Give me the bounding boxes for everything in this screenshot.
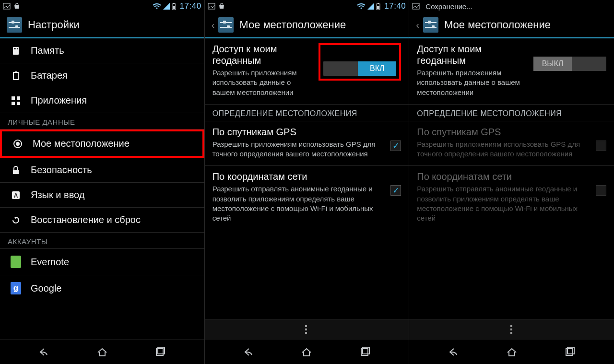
row-geo-access[interactable]: Доступ к моим геоданным Разрешить прилож… — [409, 38, 614, 105]
label: Мое местоположение — [33, 138, 130, 149]
svg-rect-5 — [173, 6, 175, 9]
title: По спутникам GPS — [417, 126, 590, 138]
settings-list: Память Батарея Приложения ЛИЧНЫЕ ДАННЫЕ … — [0, 38, 204, 339]
row-google[interactable]: g Google — [0, 275, 204, 301]
wifi-icon — [357, 3, 366, 10]
row-evernote[interactable]: Evernote — [0, 249, 204, 275]
label: Восстановление и сброс — [31, 214, 141, 225]
home-button[interactable] — [88, 343, 117, 361]
svg-marker-25 — [367, 3, 374, 10]
desc: Разрешить приложениям использовать GPS д… — [417, 140, 590, 159]
nav-bar — [409, 339, 614, 364]
svg-rect-7 — [14, 48, 15, 49]
svg-rect-15 — [17, 102, 20, 105]
row-restore[interactable]: Восстановление и сброс — [0, 208, 204, 233]
settings-icon — [7, 17, 22, 33]
row-geo-access[interactable]: Доступ к моим геоданным Разрешить прилож… — [205, 38, 409, 105]
row-network-disabled: По координатам сети Разрешить отправлять… — [409, 166, 614, 230]
evernote-icon — [11, 256, 21, 268]
row-language[interactable]: A Язык и ввод — [0, 183, 204, 208]
label: Безопасность — [31, 164, 92, 176]
row-network[interactable]: По координатам сети Разрешить отправлять… — [205, 166, 409, 230]
desc: Разрешить отправлять анонимные геоданные… — [213, 184, 385, 223]
saving-label: Сохранение... — [425, 2, 472, 11]
recent-button[interactable] — [146, 343, 175, 361]
row-security[interactable]: Безопасность — [0, 158, 204, 183]
lock-icon — [11, 165, 21, 175]
row-battery[interactable]: Батарея — [0, 63, 204, 88]
back-chevron-icon: ‹ — [416, 20, 419, 31]
screen-settings: 17:40 Настройки Память Батарея Приложени… — [0, 0, 205, 364]
battery-icon — [376, 3, 380, 10]
svg-rect-13 — [17, 96, 20, 100]
gps-checkbox[interactable]: ✓ — [390, 141, 401, 151]
back-chevron-icon: ‹ — [212, 20, 215, 31]
signal-icon — [367, 3, 374, 10]
section-personal: ЛИЧНЫЕ ДАННЫЕ — [0, 113, 204, 129]
row-memory[interactable]: Память — [0, 38, 204, 63]
network-checkbox[interactable]: ✓ — [390, 185, 401, 196]
gps-checkbox — [596, 141, 606, 151]
nav-bar — [205, 339, 409, 364]
row-gps-disabled: По спутникам GPS Разрешить приложениям и… — [409, 121, 614, 166]
page-title: Мое местоположение — [239, 19, 346, 31]
location-icon — [12, 139, 23, 149]
sd-card-icon — [11, 46, 21, 56]
toggle-highlight: ВКЛ — [319, 43, 401, 81]
overflow-icon[interactable] — [510, 325, 513, 334]
title: По координатам сети — [213, 171, 385, 182]
clock: 17:40 — [180, 1, 201, 11]
battery-icon — [172, 3, 176, 10]
shopping-icon — [13, 3, 20, 10]
clock: 17:40 — [384, 1, 406, 11]
back-button[interactable] — [29, 343, 58, 361]
home-button[interactable] — [497, 343, 526, 361]
svg-rect-18 — [13, 170, 19, 174]
status-bar: 17:40 — [205, 0, 409, 12]
recent-button[interactable] — [555, 343, 584, 361]
signal-icon — [163, 3, 170, 10]
back-button[interactable] — [439, 343, 468, 361]
svg-rect-8 — [15, 48, 16, 49]
svg-rect-10 — [13, 72, 18, 80]
app-header[interactable]: ‹ Мое местоположение — [205, 12, 409, 38]
overflow-icon[interactable] — [305, 325, 308, 334]
section-detect: ОПРЕДЕЛЕНИЕ МЕСТОПОЛОЖЕНИЯ — [409, 105, 614, 121]
recent-button[interactable] — [351, 343, 379, 361]
title: По координатам сети — [417, 171, 590, 182]
app-header: Настройки — [0, 12, 204, 38]
location-settings: Доступ к моим геоданным Разрешить прилож… — [205, 38, 409, 339]
section-accounts: АККАУНТЫ — [0, 233, 204, 249]
toggle-thumb: ВЫКЛ — [533, 57, 572, 71]
back-button[interactable] — [234, 343, 263, 361]
svg-rect-12 — [12, 96, 15, 100]
page-title: Настройки — [28, 19, 80, 31]
label: Google — [31, 283, 62, 294]
row-apps[interactable]: Приложения — [0, 88, 204, 113]
row-location[interactable]: Мое местоположение — [0, 129, 204, 158]
label: Память — [31, 45, 64, 56]
label: Evernote — [31, 257, 69, 268]
geo-toggle[interactable]: ВКЛ — [323, 61, 396, 76]
svg-rect-28 — [377, 6, 379, 9]
screen-location-off: Сохранение... ‹ Мое местоположение Досту… — [409, 0, 614, 364]
app-header[interactable]: ‹ Мое местоположение — [409, 12, 614, 38]
status-bar: 17:40 — [0, 0, 204, 12]
home-button[interactable] — [292, 343, 321, 361]
section-detect: ОПРЕДЕЛЕНИЕ МЕСТОПОЛОЖЕНИЯ — [205, 105, 409, 121]
restore-icon — [11, 215, 21, 225]
battery-icon — [11, 71, 21, 81]
google-icon: g — [11, 282, 21, 294]
overflow-bar — [409, 319, 614, 339]
apps-icon — [11, 96, 21, 106]
title: Доступ к моим геоданным — [417, 43, 528, 66]
picture-icon — [412, 3, 420, 10]
svg-point-17 — [16, 142, 20, 146]
desc: Разрешить приложениям использовать GPS д… — [213, 140, 385, 159]
geo-toggle[interactable]: ВЫКЛ — [533, 57, 606, 71]
shopping-icon — [218, 3, 225, 10]
status-bar: Сохранение... — [409, 0, 614, 12]
svg-rect-9 — [17, 48, 18, 49]
row-gps[interactable]: По спутникам GPS Разрешить приложениям и… — [205, 121, 409, 166]
svg-point-1 — [156, 8, 157, 9]
